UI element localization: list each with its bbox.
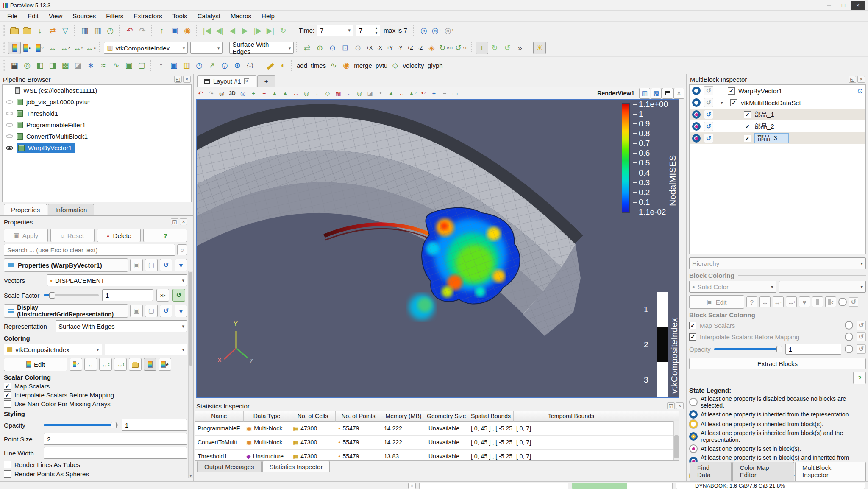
visibility-eye-icon[interactable]	[6, 134, 13, 138]
macro-add-times-button[interactable]: add_times	[295, 59, 327, 72]
paste-display-button[interactable]: ▢	[145, 305, 158, 317]
sync-icon[interactable]: ↺	[857, 332, 866, 341]
tooltip-points-button[interactable]: ●?	[418, 88, 428, 98]
interactive-select-points-button[interactable]: ◪	[365, 88, 375, 98]
opacity-slider[interactable]	[44, 424, 118, 426]
plot-selection-over-time-button[interactable]: ◵	[218, 59, 231, 72]
extract-selection-button[interactable]: ▣	[167, 59, 180, 72]
float-panel-button[interactable]: ◱	[667, 402, 675, 409]
maximize-button[interactable]: □	[836, 1, 851, 10]
layout-tab[interactable]: Layout #1 ×	[197, 75, 256, 87]
macro-velocity-glyph-button[interactable]: velocity_glyph	[401, 59, 444, 72]
undo-button[interactable]: ↶	[123, 24, 136, 37]
reset-camera-closest-button[interactable]: ⊙	[326, 42, 339, 54]
server-disconnect-button[interactable]: ▥	[91, 24, 104, 37]
multiblock-help-button[interactable]: ?	[853, 372, 866, 384]
plot-over-line-button[interactable]: ↗	[206, 59, 218, 72]
block-checkbox[interactable]: ✓	[744, 111, 751, 118]
scroll-down-icon[interactable]: ▼	[189, 474, 193, 478]
component-combo[interactable]: ▾	[190, 42, 223, 54]
edit-color-map-button[interactable]: Edit	[4, 358, 67, 371]
block-row-root[interactable]: ↺ ✓ WarpByVector1 ⊙	[690, 85, 865, 97]
block-opacity-slider[interactable]	[714, 348, 782, 350]
visibility-eye-icon[interactable]	[6, 146, 13, 150]
tab-statistics-inspector[interactable]: Statistics Inspector	[262, 461, 330, 472]
threshold-filter-button[interactable]: ▩	[59, 59, 72, 72]
sync-icon[interactable]: ↺	[857, 321, 866, 330]
redo-button[interactable]: ↷	[136, 24, 149, 37]
macro-palette-icon-button[interactable]: ◉	[340, 59, 353, 72]
sync-icon[interactable]: ↺	[849, 297, 858, 307]
representation-combo[interactable]: Surface With Edges ▾	[229, 42, 294, 54]
properties-section-header[interactable]: Properties (WarpByVector1)	[4, 258, 128, 272]
float-panel-button[interactable]: ◱	[171, 218, 178, 225]
menu-help[interactable]: Help	[256, 11, 280, 20]
paste-properties-button[interactable]: ▢	[145, 259, 158, 271]
tab-properties[interactable]: Properties	[4, 204, 47, 215]
rescale-visible-button[interactable]: ↔●	[84, 42, 97, 54]
rescale-custom-button[interactable]: ↔c	[59, 42, 72, 54]
pipeline-item-convert-to-multiblock[interactable]: ConvertToMultiBlock1	[3, 131, 191, 142]
select-points-polygon-button[interactable]: ▩	[333, 88, 343, 98]
stream-tracer-button[interactable]: ≈	[97, 59, 110, 72]
camera-undo-button[interactable]: ↶	[195, 88, 206, 98]
statistics-table-header[interactable]: Name Data Type No. of Cells No. of Point…	[195, 411, 679, 422]
visibility-eye-icon[interactable]	[6, 100, 13, 104]
color-array-combo[interactable]: ▦ vtkCompositeIndex ▾	[104, 42, 188, 54]
zoom-to-data-button[interactable]: ⊕	[313, 42, 326, 54]
block-legend[interactable]	[657, 292, 668, 397]
table-row[interactable]: Threshold1 ◆Unstructure... ▦47300 ●55479…	[195, 450, 679, 461]
block-edit-color-button[interactable]: ▣Edit	[689, 295, 744, 309]
capture-screenshot-button[interactable]: ◎	[217, 88, 227, 98]
zoom-to-box-button[interactable]: ⊙	[351, 42, 364, 54]
ruler-button[interactable]: ▬	[263, 59, 276, 72]
close-panel-button[interactable]: ×	[183, 76, 191, 83]
view-minus-y-button[interactable]: -Y	[395, 43, 405, 53]
isometric-view-button[interactable]: ◈	[425, 42, 438, 54]
scale-factor-slider[interactable]	[44, 294, 99, 296]
block-choose-preset-button[interactable]: ?	[746, 296, 757, 307]
tubes-row[interactable]: Render Lines As Tubes	[4, 461, 187, 468]
block-component-combo[interactable]: ▾	[779, 281, 866, 293]
block-row-dataset[interactable]: ↺ ▾ ✓ vtkMultiBlockDataSet	[690, 97, 865, 109]
block-checkbox[interactable]: ✓	[744, 135, 751, 142]
render-points-spheres-checkbox[interactable]	[4, 470, 11, 478]
rescale-custom-button[interactable]: ↔c	[99, 358, 112, 371]
menu-extractors[interactable]: Extractors	[128, 11, 167, 20]
visibility-eye-icon[interactable]	[6, 123, 13, 127]
coloring-component-combo[interactable]: ▾	[105, 344, 187, 355]
view-minus-z-button[interactable]: -Z	[415, 43, 425, 53]
ungroup-button[interactable]: ▢	[135, 59, 148, 72]
hierarchy-combo[interactable]: Hierarchy ▾	[689, 257, 866, 269]
save-data-button[interactable]: ↓	[33, 24, 46, 37]
sync-icon[interactable]: ↺	[704, 110, 713, 119]
frame-input[interactable]	[356, 27, 373, 34]
time-value-combo[interactable]: 7▾	[317, 25, 353, 36]
pipeline-item-source[interactable]: job_vis_psf.0000.pvtu*	[3, 96, 191, 108]
previous-frame-button[interactable]: ◀|	[213, 24, 226, 37]
reset-session-button[interactable]: ⇄	[46, 24, 59, 37]
sync-icon[interactable]: ↺	[704, 134, 713, 143]
frame-spinbox[interactable]: ▲▼	[356, 25, 380, 36]
rotate-90-cw-button[interactable]: ↻+90	[438, 42, 453, 54]
copy-properties-button[interactable]: ▣	[130, 259, 143, 271]
block-row-part1[interactable]: ↺ ✓ 部品_1	[690, 109, 865, 120]
search-options-gear-button[interactable]: ○	[177, 244, 187, 255]
menu-edit[interactable]: Edit	[22, 11, 44, 20]
grow-selection-button[interactable]: +	[429, 88, 439, 98]
timeline-history-button[interactable]: ◷	[104, 24, 117, 37]
point-size-input[interactable]	[44, 433, 187, 445]
tab-output-messages[interactable]: Output Messages	[197, 461, 262, 472]
save-display-button[interactable]: ▼	[175, 305, 187, 317]
scale-factor-input[interactable]	[102, 289, 153, 301]
save-defaults-button[interactable]: ▼	[175, 259, 187, 271]
column-options-icon[interactable]: ⊙	[857, 87, 863, 95]
block-row-part2[interactable]: ↺ ✓ 部品_2	[690, 120, 865, 132]
reset-display-button[interactable]: ↺	[160, 305, 172, 317]
rescale-data-range-button[interactable]: ↔	[46, 42, 59, 54]
python-annotation-button[interactable]: ⊛	[231, 59, 244, 72]
maximize-view-button[interactable]	[662, 88, 673, 99]
renderview-label[interactable]: RenderView1	[597, 90, 634, 97]
tooltip-cells-button[interactable]: ▲?	[407, 88, 418, 98]
save-state-button[interactable]	[21, 24, 33, 37]
